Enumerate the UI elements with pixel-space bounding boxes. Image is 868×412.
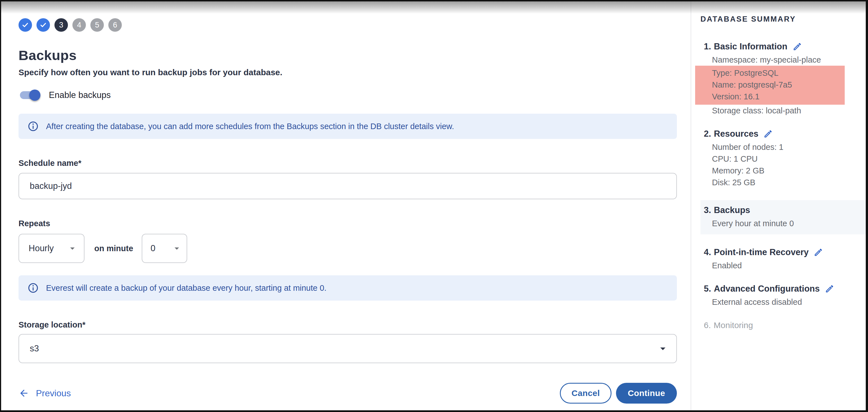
info-alert-text: After creating the database, you can add…: [46, 122, 454, 131]
schedule-name-label: Schedule name*: [19, 159, 677, 168]
summary-section-heading: 3.Backups: [701, 204, 866, 216]
summary-sections: 1.Basic InformationNamespace: my-special…: [691, 41, 866, 331]
step-number: 6: [113, 21, 117, 29]
repeats-minute-value: 0: [151, 243, 155, 253]
summary-section-title: Monitoring: [714, 320, 753, 331]
edit-resources-button[interactable]: [763, 129, 773, 139]
step-number: 5: [95, 21, 99, 29]
info-alert-frequency: Everest will create a backup of your dat…: [19, 275, 677, 300]
summary-section-number: 6.: [704, 320, 711, 331]
summary-section-basic-information: 1.Basic InformationNamespace: my-special…: [691, 41, 866, 117]
app-window: 3456 Backups Specify how often you want …: [1, 1, 866, 410]
stepper-step-1[interactable]: [19, 18, 32, 32]
summary-section-heading: 6.Monitoring: [691, 320, 866, 331]
repeats-minute-select[interactable]: 0: [142, 234, 187, 263]
info-icon: [28, 121, 39, 132]
summary-section-heading: 2.Resources: [691, 128, 866, 139]
summary-section-title: Resources: [714, 128, 758, 139]
summary-line: Memory: 2 GB: [691, 165, 866, 177]
summary-section-heading: 5.Advanced Configurations: [691, 283, 866, 294]
summary-section-advanced-configurations: 5.Advanced ConfigurationsExternal access…: [691, 283, 866, 308]
step-number: 4: [77, 21, 81, 29]
edit-point-in-time-recovery-button[interactable]: [813, 248, 823, 257]
summary-line: Storage class: local-path: [691, 105, 866, 117]
annotation-highlight: Type: PostgreSQLName: postgresql-7a5Vers…: [695, 66, 845, 105]
edit-advanced-configurations-button[interactable]: [825, 284, 834, 293]
edit-pencil-icon: [763, 129, 773, 139]
info-alert-text: Everest will create a backup of your dat…: [46, 283, 327, 293]
stepper-step-2[interactable]: [36, 18, 50, 32]
summary-section-number: 2.: [704, 128, 711, 139]
summary-section-point-in-time-recovery: 4.Point-in-time RecoveryEnabled: [691, 247, 866, 272]
step-number: 3: [59, 21, 63, 29]
schedule-name-input[interactable]: [19, 173, 677, 199]
database-summary-sidebar: DATABASE SUMMARY 1.Basic InformationName…: [691, 1, 866, 410]
stepper-step-4[interactable]: 4: [72, 18, 86, 32]
summary-line: Enabled: [691, 260, 866, 272]
summary-section-monitoring: 6.Monitoring: [691, 320, 866, 331]
stepper-step-3[interactable]: 3: [55, 18, 68, 32]
summary-line: Name: postgresql-7a5: [695, 79, 845, 91]
footer-actions: Cancel Continue: [560, 383, 677, 404]
summary-section-number: 5.: [704, 283, 711, 294]
summary-line: Namespace: my-special-place: [691, 54, 866, 66]
summary-line: Disk: 25 GB: [691, 177, 866, 188]
previous-button[interactable]: Previous: [19, 388, 71, 399]
chevron-down-icon: [172, 243, 182, 254]
page-title: Backups: [19, 47, 677, 63]
stepper-step-6[interactable]: 6: [108, 18, 122, 32]
summary-section-title: Point-in-time Recovery: [714, 247, 809, 258]
chevron-down-icon: [657, 342, 669, 355]
summary-section-title: Advanced Configurations: [714, 283, 820, 294]
summary-line: CPU: 1 CPU: [691, 153, 866, 165]
info-alert-schedules: After creating the database, you can add…: [19, 114, 677, 139]
check-icon: [39, 21, 48, 29]
storage-location-label: Storage location*: [19, 320, 677, 329]
summary-section-title: Basic Information: [714, 41, 787, 52]
repeats-row: Hourly on minute 0: [19, 234, 677, 263]
summary-line: Every hour at minute 0: [701, 218, 866, 229]
repeats-frequency-select[interactable]: Hourly: [19, 234, 85, 263]
edit-pencil-icon: [793, 42, 802, 51]
summary-section-heading: 4.Point-in-time Recovery: [691, 247, 866, 258]
enable-backups-label: Enable backups: [49, 90, 111, 100]
info-icon: [28, 282, 39, 293]
summary-section-number: 1.: [704, 41, 711, 52]
summary-section-title: Backups: [714, 204, 750, 216]
summary-line: External access disabled: [691, 296, 866, 308]
summary-section-resources: 2.ResourcesNumber of nodes: 1CPU: 1 CPUM…: [691, 128, 866, 188]
summary-line: Version: 16.1: [695, 91, 845, 102]
previous-label: Previous: [36, 388, 71, 399]
repeats-frequency-value: Hourly: [29, 243, 54, 253]
check-icon: [21, 21, 29, 29]
wizard-footer: Previous Cancel Continue: [19, 383, 677, 404]
repeats-label: Repeats: [19, 219, 677, 228]
summary-line: Number of nodes: 1: [691, 141, 866, 153]
summary-section-number: 4.: [704, 247, 711, 258]
chevron-down-icon: [67, 243, 78, 254]
storage-location-select[interactable]: s3: [19, 334, 677, 363]
edit-pencil-icon: [825, 284, 834, 293]
edit-basic-information-button[interactable]: [793, 42, 802, 51]
page-subtitle: Specify how often you want to run backup…: [19, 68, 677, 77]
cancel-button[interactable]: Cancel: [560, 383, 612, 404]
arrow-left-icon: [19, 388, 29, 399]
summary-line: Type: PostgreSQL: [695, 67, 845, 79]
summary-section-backups: 3.BackupsEvery hour at minute 0: [701, 200, 866, 234]
on-minute-label: on minute: [94, 244, 133, 253]
storage-location-value: s3: [30, 344, 39, 354]
sidebar-title: DATABASE SUMMARY: [701, 15, 866, 24]
toggle-thumb: [29, 90, 40, 101]
wizard-main-panel: 3456 Backups Specify how often you want …: [1, 1, 691, 410]
stepper-step-5[interactable]: 5: [90, 18, 104, 32]
continue-button[interactable]: Continue: [616, 383, 677, 404]
summary-section-heading: 1.Basic Information: [691, 41, 866, 52]
summary-section-number: 3.: [704, 204, 711, 216]
edit-pencil-icon: [813, 248, 823, 257]
enable-backups-toggle[interactable]: [19, 89, 40, 101]
enable-backups-row: Enable backups: [19, 89, 677, 101]
wizard-stepper: 3456: [19, 18, 677, 32]
